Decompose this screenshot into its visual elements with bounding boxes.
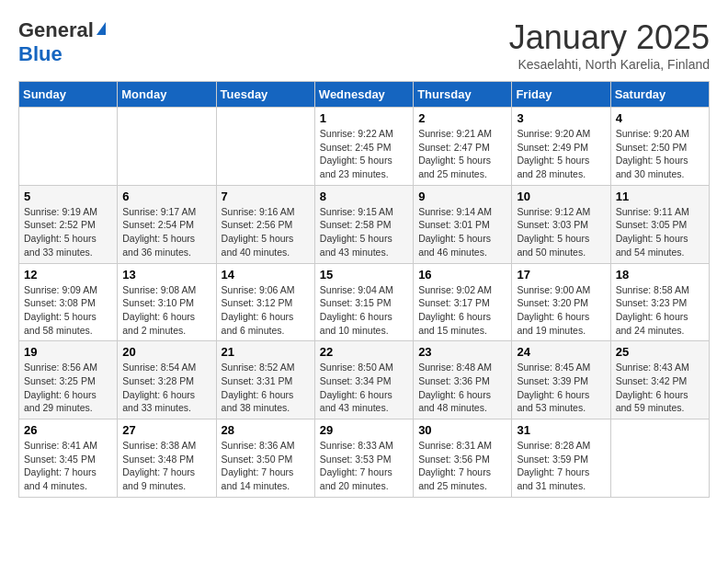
calendar-day-cell: 28Sunrise: 8:36 AM Sunset: 3:50 PM Dayli…: [216, 419, 314, 498]
day-info: Sunrise: 8:33 AM Sunset: 3:53 PM Dayligh…: [320, 439, 408, 493]
day-number: 27: [122, 423, 210, 437]
calendar-day-cell: 2Sunrise: 9:21 AM Sunset: 2:47 PM Daylig…: [414, 108, 512, 186]
day-info: Sunrise: 9:21 AM Sunset: 2:47 PM Dayligh…: [418, 127, 506, 181]
day-info: Sunrise: 8:58 AM Sunset: 3:23 PM Dayligh…: [616, 283, 704, 338]
calendar-day-cell: 26Sunrise: 8:41 AM Sunset: 3:45 PM Dayli…: [19, 419, 118, 498]
day-number: 31: [517, 423, 605, 437]
day-number: 6: [122, 190, 210, 203]
calendar-week-row: 5Sunrise: 9:19 AM Sunset: 2:52 PM Daylig…: [19, 185, 710, 263]
day-info: Sunrise: 9:02 AM Sunset: 3:17 PM Dayligh…: [418, 283, 506, 338]
calendar-day-cell: 13Sunrise: 9:08 AM Sunset: 3:10 PM Dayli…: [118, 263, 216, 341]
calendar-day-cell: 4Sunrise: 9:20 AM Sunset: 2:50 PM Daylig…: [610, 108, 709, 186]
day-info: Sunrise: 9:17 AM Sunset: 2:54 PM Dayligh…: [122, 205, 210, 259]
day-of-week-header: Wednesday: [314, 82, 413, 108]
page-header: General Blue January 2025 Kesaelahti, No…: [18, 18, 710, 72]
calendar-day-cell: [610, 419, 709, 498]
day-number: 24: [517, 345, 605, 359]
calendar-day-cell: 14Sunrise: 9:06 AM Sunset: 3:12 PM Dayli…: [216, 263, 314, 341]
day-info: Sunrise: 9:04 AM Sunset: 3:15 PM Dayligh…: [320, 283, 408, 338]
day-info: Sunrise: 8:43 AM Sunset: 3:42 PM Dayligh…: [616, 361, 704, 415]
calendar-day-cell: 8Sunrise: 9:15 AM Sunset: 2:58 PM Daylig…: [314, 185, 413, 263]
calendar-day-cell: [118, 108, 216, 186]
day-number: 26: [24, 423, 112, 437]
logo-icon: [97, 22, 106, 35]
day-number: 29: [320, 423, 408, 437]
logo-general-text: General: [18, 18, 94, 42]
calendar-day-cell: 1Sunrise: 9:22 AM Sunset: 2:45 PM Daylig…: [314, 108, 413, 186]
day-of-week-header: Sunday: [19, 82, 118, 108]
day-info: Sunrise: 9:11 AM Sunset: 3:05 PM Dayligh…: [616, 205, 704, 259]
calendar-day-cell: 5Sunrise: 9:19 AM Sunset: 2:52 PM Daylig…: [19, 185, 118, 263]
day-info: Sunrise: 9:00 AM Sunset: 3:20 PM Dayligh…: [517, 283, 605, 338]
calendar-day-cell: 12Sunrise: 9:09 AM Sunset: 3:08 PM Dayli…: [19, 263, 118, 341]
day-info: Sunrise: 8:50 AM Sunset: 3:34 PM Dayligh…: [320, 361, 408, 415]
day-info: Sunrise: 9:19 AM Sunset: 2:52 PM Dayligh…: [24, 205, 112, 259]
day-of-week-header: Friday: [512, 82, 610, 108]
month-title: January 2025: [509, 18, 710, 57]
day-info: Sunrise: 9:12 AM Sunset: 3:03 PM Dayligh…: [517, 205, 605, 259]
calendar-day-cell: 3Sunrise: 9:20 AM Sunset: 2:49 PM Daylig…: [512, 108, 610, 186]
day-number: 21: [222, 345, 310, 359]
day-info: Sunrise: 8:48 AM Sunset: 3:36 PM Dayligh…: [418, 361, 506, 415]
day-info: Sunrise: 9:22 AM Sunset: 2:45 PM Dayligh…: [320, 127, 408, 181]
calendar-week-row: 26Sunrise: 8:41 AM Sunset: 3:45 PM Dayli…: [19, 419, 710, 498]
day-info: Sunrise: 8:45 AM Sunset: 3:39 PM Dayligh…: [517, 361, 605, 415]
day-info: Sunrise: 8:36 AM Sunset: 3:50 PM Dayligh…: [222, 439, 310, 493]
day-number: 4: [616, 111, 704, 125]
day-info: Sunrise: 9:14 AM Sunset: 3:01 PM Dayligh…: [418, 205, 506, 259]
day-info: Sunrise: 9:15 AM Sunset: 2:58 PM Dayligh…: [320, 205, 408, 259]
day-number: 3: [517, 111, 605, 125]
calendar-day-cell: 25Sunrise: 8:43 AM Sunset: 3:42 PM Dayli…: [610, 341, 709, 419]
day-info: Sunrise: 8:28 AM Sunset: 3:59 PM Dayligh…: [517, 439, 605, 493]
title-area: January 2025 Kesaelahti, North Karelia, …: [509, 18, 710, 72]
calendar-day-cell: 20Sunrise: 8:54 AM Sunset: 3:28 PM Dayli…: [118, 341, 216, 419]
day-info: Sunrise: 8:52 AM Sunset: 3:31 PM Dayligh…: [222, 361, 310, 415]
day-number: 23: [418, 345, 506, 359]
day-info: Sunrise: 8:31 AM Sunset: 3:56 PM Dayligh…: [418, 439, 506, 493]
day-info: Sunrise: 9:09 AM Sunset: 3:08 PM Dayligh…: [24, 283, 112, 338]
calendar-week-row: 12Sunrise: 9:09 AM Sunset: 3:08 PM Dayli…: [19, 263, 710, 341]
day-number: 11: [616, 190, 704, 203]
day-number: 19: [24, 345, 112, 359]
day-number: 25: [616, 345, 704, 359]
day-number: 20: [122, 345, 210, 359]
calendar-day-cell: 31Sunrise: 8:28 AM Sunset: 3:59 PM Dayli…: [512, 419, 610, 498]
day-number: 18: [616, 268, 704, 282]
calendar-header-row: SundayMondayTuesdayWednesdayThursdayFrid…: [19, 82, 710, 108]
day-of-week-header: Tuesday: [216, 82, 314, 108]
day-info: Sunrise: 8:56 AM Sunset: 3:25 PM Dayligh…: [24, 361, 112, 415]
day-of-week-header: Monday: [118, 82, 216, 108]
day-number: 8: [320, 190, 408, 203]
calendar-day-cell: 18Sunrise: 8:58 AM Sunset: 3:23 PM Dayli…: [610, 263, 709, 341]
calendar-day-cell: 22Sunrise: 8:50 AM Sunset: 3:34 PM Dayli…: [314, 341, 413, 419]
day-info: Sunrise: 8:54 AM Sunset: 3:28 PM Dayligh…: [122, 361, 210, 415]
calendar-day-cell: 30Sunrise: 8:31 AM Sunset: 3:56 PM Dayli…: [414, 419, 512, 498]
calendar-day-cell: [216, 108, 314, 186]
day-number: 13: [122, 268, 210, 282]
day-number: 5: [24, 190, 112, 203]
calendar-day-cell: [19, 108, 118, 186]
day-number: 9: [418, 190, 506, 203]
day-info: Sunrise: 9:20 AM Sunset: 2:49 PM Dayligh…: [517, 127, 605, 181]
logo-blue-text: Blue: [18, 42, 63, 66]
calendar-day-cell: 17Sunrise: 9:00 AM Sunset: 3:20 PM Dayli…: [512, 263, 610, 341]
calendar-day-cell: 23Sunrise: 8:48 AM Sunset: 3:36 PM Dayli…: [414, 341, 512, 419]
logo: General Blue: [18, 18, 106, 66]
calendar-week-row: 1Sunrise: 9:22 AM Sunset: 2:45 PM Daylig…: [19, 108, 710, 186]
calendar-day-cell: 21Sunrise: 8:52 AM Sunset: 3:31 PM Dayli…: [216, 341, 314, 419]
calendar-day-cell: 7Sunrise: 9:16 AM Sunset: 2:56 PM Daylig…: [216, 185, 314, 263]
calendar-day-cell: 24Sunrise: 8:45 AM Sunset: 3:39 PM Dayli…: [512, 341, 610, 419]
day-info: Sunrise: 9:20 AM Sunset: 2:50 PM Dayligh…: [616, 127, 704, 181]
calendar-day-cell: 6Sunrise: 9:17 AM Sunset: 2:54 PM Daylig…: [118, 185, 216, 263]
location-text: Kesaelahti, North Karelia, Finland: [509, 57, 710, 72]
day-number: 17: [517, 268, 605, 282]
day-number: 12: [24, 268, 112, 282]
day-number: 1: [320, 111, 408, 125]
calendar-table: SundayMondayTuesdayWednesdayThursdayFrid…: [18, 81, 710, 498]
calendar-day-cell: 15Sunrise: 9:04 AM Sunset: 3:15 PM Dayli…: [314, 263, 413, 341]
day-number: 15: [320, 268, 408, 282]
day-number: 14: [222, 268, 310, 282]
day-number: 30: [418, 423, 506, 437]
day-info: Sunrise: 8:38 AM Sunset: 3:48 PM Dayligh…: [122, 439, 210, 493]
day-number: 7: [222, 190, 310, 203]
